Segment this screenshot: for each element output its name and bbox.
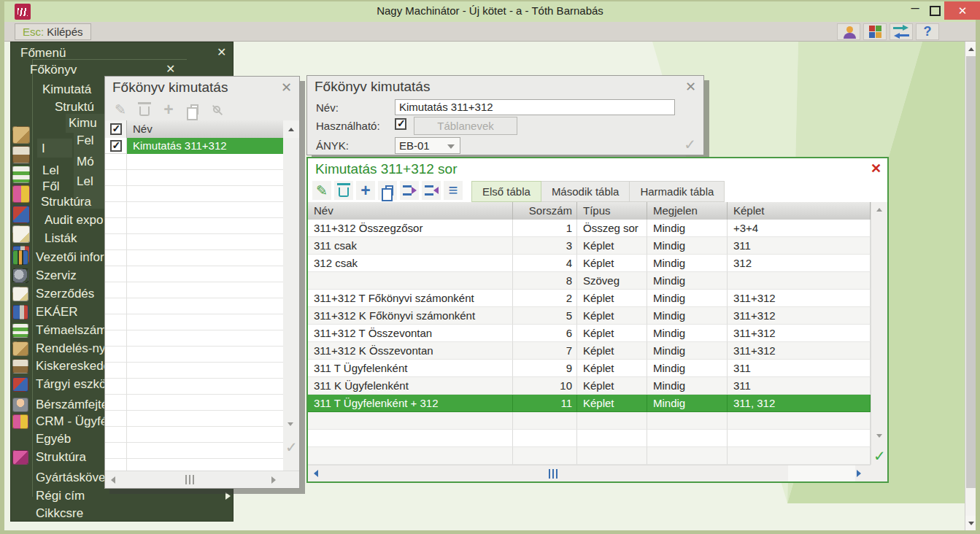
scroll-up-button[interactable] — [283, 120, 299, 138]
menu-mo[interactable]: Mó — [77, 155, 94, 169]
anyk-select[interactable]: EB-01 — [395, 137, 460, 154]
scrollbar-thumb[interactable] — [966, 56, 976, 488]
menu-kimu[interactable]: Kimu — [69, 116, 97, 131]
maximize-button[interactable] — [930, 6, 941, 16]
confirm-check-disabled-icon[interactable]: ✓ — [285, 438, 298, 456]
list-horizontal-scrollbar[interactable] — [105, 471, 299, 488]
scrollbar-grip[interactable] — [185, 475, 196, 484]
list-panel-close-icon[interactable]: ✕ — [281, 80, 292, 96]
hidden-menu-icon[interactable] — [12, 185, 30, 203]
up-arrow-icon[interactable] — [876, 208, 882, 212]
table-panel-close-icon[interactable]: ✕ — [871, 160, 881, 177]
table-vertical-scrollbar[interactable]: ✓ — [871, 202, 887, 465]
usable-checkbox-checked[interactable] — [395, 118, 406, 130]
delete-button[interactable] — [135, 100, 154, 119]
close-fomenu-icon[interactable]: ✕ — [217, 45, 226, 59]
column-header-nev[interactable]: Név — [308, 202, 513, 220]
modules-button[interactable] — [863, 23, 887, 40]
left-arrow-icon[interactable] — [111, 476, 115, 484]
sidebar-item-ekaer[interactable]: EKÁER — [12, 305, 78, 320]
right-arrow-icon[interactable] — [857, 470, 861, 477]
table-row[interactable]: 8SzövegMindig — [308, 272, 871, 290]
hidden-menu-icon[interactable] — [12, 166, 30, 183]
table-horizontal-scrollbar[interactable] — [308, 465, 871, 481]
left-arrow-icon[interactable] — [314, 470, 318, 477]
menu-listak[interactable]: Listák — [45, 231, 77, 246]
select-all-cell[interactable] — [105, 120, 127, 138]
table-row-empty[interactable] — [308, 447, 871, 465]
table-row[interactable]: 311 T Ügyfelenként9KépletMindig311 — [308, 360, 871, 377]
help-button[interactable]: ? — [916, 23, 939, 40]
form-confirm-check-icon[interactable]: ✓ — [684, 136, 696, 153]
sidebar-item-cikkcsre[interactable]: Cikkcsre — [12, 506, 83, 521]
menu-fol[interactable]: Fől — [42, 179, 60, 194]
list-vertical-scrollbar[interactable]: ✓ — [283, 138, 299, 472]
list-menu-button[interactable]: ≡ — [444, 181, 463, 200]
user-button[interactable] — [837, 23, 860, 40]
table-row[interactable]: 311+312 T Főkönyvi számonként2KépletMind… — [308, 290, 871, 307]
sidebar-item-szerzodes[interactable]: Szerződés — [12, 287, 94, 301]
esc-exit-button[interactable]: Esc: Kilépés — [15, 23, 91, 40]
tab-masodik-tabla[interactable]: Második tábla — [541, 181, 630, 202]
sidebar-item-gyartaskovet[interactable]: Gyártáskövet — [12, 471, 109, 485]
menu-fel[interactable]: Fel — [77, 134, 94, 148]
add-button[interactable]: + — [159, 100, 178, 119]
row-checkbox-checked[interactable] — [110, 140, 122, 152]
sidebar-item-regi-cim[interactable]: Régi cím — [12, 489, 85, 503]
move-down-button[interactable] — [400, 181, 419, 200]
menu-struktura[interactable]: Struktúra — [41, 195, 91, 209]
sidebar-item-egyeb[interactable]: Egyéb — [12, 432, 71, 446]
move-up-button[interactable] — [422, 181, 441, 200]
table-row-empty[interactable] — [308, 412, 871, 430]
unpin-button[interactable] — [207, 100, 226, 119]
down-arrow-icon[interactable] — [288, 422, 293, 426]
column-header-sorszam[interactable]: Sorszám — [513, 202, 577, 220]
table-row[interactable]: 311+312 K Főkönyvi számonként5KépletMind… — [308, 307, 871, 325]
menu-kimutata[interactable]: Kimutatá — [42, 82, 91, 97]
close-fokonyv-icon[interactable]: ✕ — [166, 62, 175, 76]
list-row-selected[interactable]: Kimutatás 311+312 — [105, 138, 283, 154]
right-arrow-icon[interactable] — [271, 476, 276, 484]
table-row-selected[interactable]: 311 T Ügyfelenként + 31211KépletMindig31… — [308, 395, 871, 412]
content-vertical-scrollbar[interactable] — [965, 42, 976, 530]
down-arrow-icon[interactable] — [876, 434, 882, 438]
add-button[interactable]: + — [356, 181, 375, 200]
table-names-button-disabled[interactable]: Táblanevek — [414, 117, 517, 135]
sidebar-item-szerviz[interactable]: Szerviz — [12, 268, 77, 283]
table-row[interactable]: 311+312 K Összevontan7KépletMindig311+31… — [308, 342, 871, 360]
hidden-menu-icon[interactable] — [12, 126, 30, 144]
menu-audit-expo[interactable]: Audit expo — [45, 213, 103, 228]
column-header-tipus[interactable]: Típus — [577, 202, 647, 220]
scroll-down-button[interactable] — [965, 516, 976, 530]
sidebar-item-temaelszamo[interactable]: Témaelszámo — [12, 323, 114, 338]
menu-i[interactable]: I — [42, 142, 45, 156]
switch-button[interactable] — [890, 23, 913, 40]
menu-fomenu[interactable]: Főmenü — [20, 46, 66, 61]
table-row[interactable]: 311+312 T Összevontan6KépletMindig311+31… — [308, 325, 871, 342]
column-header-nev[interactable]: Név — [127, 120, 283, 138]
form-panel-close-icon[interactable]: ✕ — [685, 79, 696, 95]
name-input[interactable]: Kimutatás 311+312 — [395, 99, 675, 115]
list-empty-rows[interactable] — [105, 154, 283, 472]
menu-lel-2[interactable]: Lel — [77, 174, 93, 189]
column-header-keplet[interactable]: Képlet — [728, 202, 871, 220]
edit-button[interactable]: ✎ — [312, 181, 331, 200]
tab-elso-tabla[interactable]: Első tábla — [471, 181, 541, 202]
table-row[interactable]: 312 csak4KépletMindig312 — [308, 255, 871, 272]
column-header-megjelen[interactable]: Megjelen — [647, 202, 728, 220]
sidebar-item-kiskereskede[interactable]: Kiskereskede — [12, 359, 110, 374]
scroll-up-button[interactable] — [965, 42, 976, 56]
sidebar-item-berszamfejte[interactable]: Bérszámfejté — [12, 398, 108, 412]
menu-struktu[interactable]: Struktú — [55, 100, 94, 115]
sidebar-item-rendeles[interactable]: Rendelés-nyi — [12, 341, 108, 356]
edit-button[interactable]: ✎ — [111, 100, 130, 119]
confirm-check-icon[interactable]: ✓ — [873, 447, 886, 465]
menu-lel-1[interactable]: Lel — [42, 163, 59, 178]
hidden-menu-icon[interactable] — [12, 206, 30, 223]
sidebar-item-targyi[interactable]: Tárgyi eszkö — [12, 377, 106, 392]
table-row[interactable]: 311+312 Összegzősor1Összeg sorMindig+3+4 — [308, 220, 871, 237]
table-row[interactable]: 311 K Ügyfelenként10KépletMindig311 — [308, 377, 871, 395]
table-row[interactable]: 311 csak3KépletMindig311 — [308, 237, 871, 255]
sidebar-item-crm[interactable]: CRM - Ügyfé — [12, 414, 107, 429]
copy-button[interactable] — [183, 100, 202, 119]
